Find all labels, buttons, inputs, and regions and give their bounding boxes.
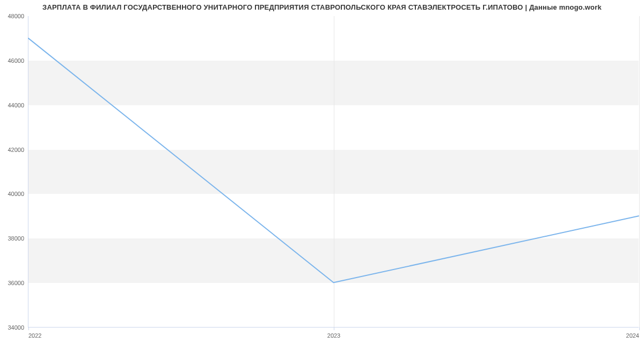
y-tick-label: 44000 — [8, 102, 24, 108]
salary-line-chart: ЗАРПЛАТА В ФИЛИАЛ ГОСУДАРСТВЕННОГО УНИТА… — [0, 0, 644, 349]
series-line — [28, 38, 639, 282]
x-tick-label: 2024 — [626, 332, 639, 339]
y-tick-label: 42000 — [8, 147, 24, 153]
x-tick-label: 2022 — [28, 332, 41, 339]
x-gridline — [639, 16, 640, 327]
line-svg — [28, 16, 639, 327]
x-tick — [334, 327, 334, 330]
chart-title: ЗАРПЛАТА В ФИЛИАЛ ГОСУДАРСТВЕННОГО УНИТА… — [0, 3, 644, 11]
plot-area: 3400036000380004000042000440004600048000… — [28, 16, 639, 328]
y-tick-label: 34000 — [8, 324, 24, 331]
y-tick-label: 38000 — [8, 235, 24, 242]
x-tick-label: 2023 — [327, 332, 340, 339]
y-tick-label: 36000 — [8, 280, 24, 286]
x-tick — [639, 327, 640, 330]
y-tick-label: 46000 — [8, 57, 24, 64]
y-tick-label: 40000 — [8, 191, 24, 197]
x-tick — [28, 327, 29, 330]
y-tick-label: 48000 — [8, 13, 24, 19]
